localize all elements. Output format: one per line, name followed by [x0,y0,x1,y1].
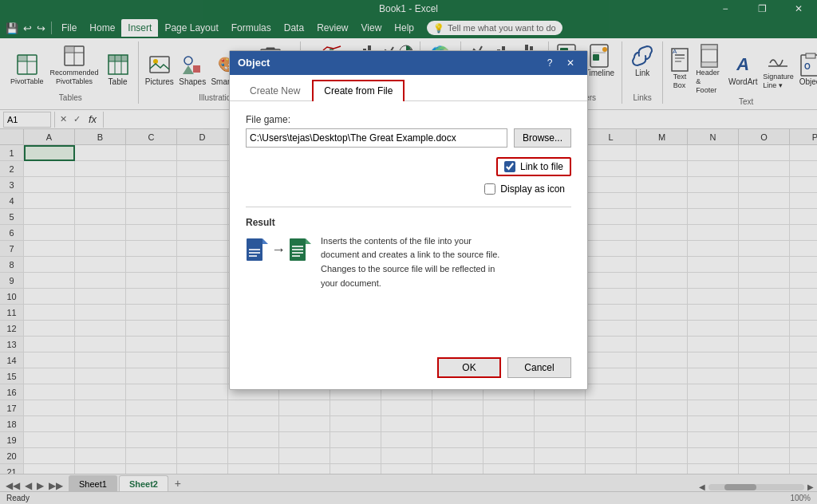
svg-rect-69 [292,249,303,250]
tab-create-from-file[interactable]: Create from File [312,80,405,101]
svg-marker-67 [306,238,311,244]
file-path-input[interactable] [246,128,507,148]
cancel-button[interactable]: Cancel [507,357,571,378]
svg-rect-70 [292,252,303,254]
dialog-title-bar: Object ? ✕ [230,51,587,75]
dialog-help-button[interactable]: ? [541,54,558,72]
link-to-file-label: Link to file [520,161,563,172]
display-as-icon-label: Display as icon [500,183,565,195]
dialog-title: Object [238,57,270,69]
result-icon: → [246,238,311,263]
dialog-tabs: Create New Create from File [230,80,587,101]
svg-rect-65 [249,255,257,257]
result-label: Result [246,217,571,228]
link-to-file-checkbox[interactable] [504,161,515,172]
svg-rect-71 [292,255,300,257]
dialog-overlay: Object ? ✕ Create New Create from File F… [0,0,817,504]
dialog-footer: OK Cancel [230,354,587,389]
dialog-body: File game: Browse... Link to file Displa… [230,101,587,354]
object-dialog: Object ? ✕ Create New Create from File F… [229,50,588,390]
svg-rect-63 [249,249,260,250]
file-game-label: File game: [246,114,571,125]
display-as-icon-checkbox[interactable] [484,183,495,195]
result-section: Result → Insert [246,207,571,290]
result-description: Inserts the contents of the file into yo… [321,234,499,290]
arrow-right-icon: → [271,242,286,258]
svg-rect-64 [249,252,260,254]
tab-create-new[interactable]: Create New [238,80,312,101]
svg-rect-68 [292,246,303,247]
browse-button[interactable]: Browse... [514,128,571,148]
ok-button[interactable]: OK [437,357,501,378]
svg-marker-62 [262,238,268,244]
link-to-file-row: Link to file [496,157,571,176]
dialog-close-button[interactable]: ✕ [562,54,579,72]
display-as-icon-row: Display as icon [478,181,571,197]
